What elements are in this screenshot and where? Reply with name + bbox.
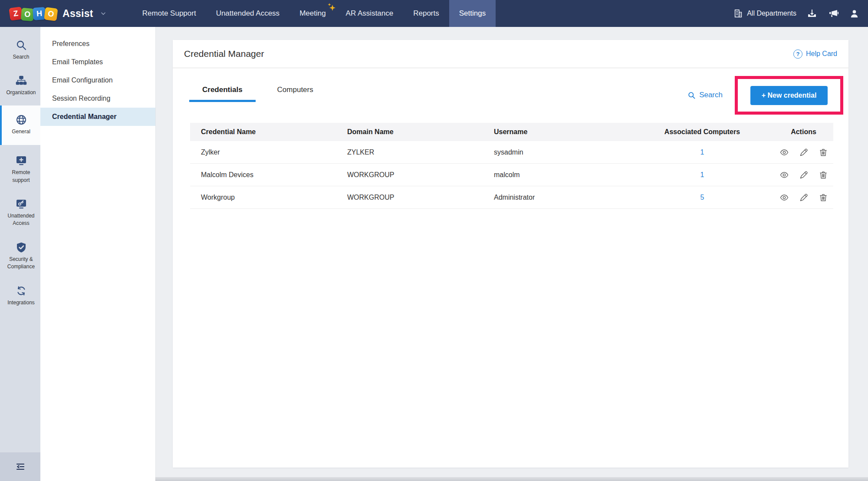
submenu-item-preferences[interactable]: Preferences xyxy=(40,35,155,53)
nav-item-reports[interactable]: Reports xyxy=(403,0,449,27)
actions-cell xyxy=(774,171,833,179)
search-label: Search xyxy=(699,91,723,99)
announcement-megaphone-icon[interactable] xyxy=(828,8,839,19)
sync-arrows-icon xyxy=(16,285,27,297)
credential-manager-card: Credential Manager ? Help Card Credentia… xyxy=(173,40,848,468)
help-card-link[interactable]: ? Help Card xyxy=(793,49,837,59)
question-circle-icon: ? xyxy=(793,49,802,59)
horizontal-scrollbar[interactable] xyxy=(155,477,868,481)
rail-label: Organization xyxy=(6,89,36,96)
shield-check-icon xyxy=(16,242,27,253)
org-chart-icon xyxy=(16,75,27,86)
domain-name-cell: ZYLKER xyxy=(336,148,483,156)
tabs: Credentials Computers xyxy=(189,86,326,102)
column-credential-name: Credential Name xyxy=(190,128,336,136)
column-associated-computers: Associated Computers xyxy=(631,128,774,136)
table-row: Zylker ZYLKER sysadmin 1 xyxy=(190,141,833,164)
submenu-item-email-configuration[interactable]: Email Configuration xyxy=(40,71,155,89)
search-icon xyxy=(687,91,696,99)
card-header: Credential Manager ? Help Card xyxy=(173,40,848,68)
new-credential-button[interactable]: + New credential xyxy=(750,86,828,105)
table-header-row: Credential Name Domain Name Username Ass… xyxy=(190,123,833,141)
rail-label: Unattended Access xyxy=(7,213,34,226)
table-search-button[interactable]: Search xyxy=(687,91,723,99)
screen-key-icon xyxy=(16,198,27,210)
view-icon[interactable] xyxy=(780,148,789,157)
globe-icon xyxy=(16,114,27,125)
zoho-assist-logo[interactable]: Z O H O Assist xyxy=(10,7,106,20)
rail-item-integrations[interactable]: Integrations xyxy=(0,280,40,313)
rail-item-general[interactable]: General xyxy=(0,105,40,145)
username-cell: Administrator xyxy=(483,194,631,201)
rail-items: Search Organization xyxy=(0,27,40,315)
associated-computers-link[interactable]: 1 xyxy=(700,171,704,178)
associated-computers-link[interactable]: 5 xyxy=(700,194,704,201)
general-settings-submenu: Preferences Email Templates Email Config… xyxy=(40,27,155,481)
help-card-label: Help Card xyxy=(806,50,837,58)
edit-icon[interactable] xyxy=(799,193,808,202)
delete-icon[interactable] xyxy=(819,148,828,157)
product-name: Assist xyxy=(62,8,93,20)
submenu-item-session-recording[interactable]: Session Recording xyxy=(40,89,155,108)
nav-item-meeting-label: Meeting xyxy=(299,9,326,18)
search-icon xyxy=(16,40,27,51)
column-username: Username xyxy=(483,128,631,136)
domain-name-cell: WORKGROUP xyxy=(336,194,483,201)
rail-item-search[interactable]: Search xyxy=(0,34,40,67)
credential-name-cell: Malcolm Devices xyxy=(190,171,336,179)
chevron-down-icon[interactable] xyxy=(100,10,106,16)
table-row: Malcolm Devices WORKGROUP malcolm 1 xyxy=(190,164,833,186)
column-actions: Actions xyxy=(774,128,833,136)
building-icon xyxy=(733,9,743,18)
column-domain-name: Domain Name xyxy=(336,128,483,136)
user-account-icon[interactable] xyxy=(849,9,859,19)
actions-cell xyxy=(774,148,833,157)
page-title: Credential Manager xyxy=(184,49,264,59)
tab-credentials[interactable]: Credentials xyxy=(189,86,256,102)
view-icon[interactable] xyxy=(780,193,789,202)
rail-label: Security & Compliance xyxy=(7,256,35,270)
username-cell: malcolm xyxy=(483,171,631,179)
sparkle-icon xyxy=(326,2,337,13)
edit-icon[interactable] xyxy=(799,171,808,179)
top-navigation-bar: Z O H O Assist Remote Support Unattended… xyxy=(0,0,868,27)
nav-item-remote-support[interactable]: Remote Support xyxy=(132,0,206,27)
rail-item-security-compliance[interactable]: Security & Compliance xyxy=(0,236,40,277)
rail-label: Search xyxy=(13,54,29,60)
view-icon[interactable] xyxy=(780,171,789,179)
rail-item-organization[interactable]: Organization xyxy=(0,69,40,102)
rail-item-unattended-access[interactable]: Unattended Access xyxy=(0,193,40,234)
actions-cell xyxy=(774,193,833,202)
collapse-sidebar-icon xyxy=(15,461,26,472)
main-content: Credential Manager ? Help Card Credentia… xyxy=(155,27,868,481)
department-selector[interactable]: All Departments xyxy=(733,9,796,18)
collapse-sidebar-button[interactable] xyxy=(0,452,40,481)
rail-label: Remote support xyxy=(12,169,30,183)
domain-name-cell: WORKGROUP xyxy=(336,171,483,179)
submenu-item-credential-manager[interactable]: Credential Manager xyxy=(40,108,155,126)
nav-right-cluster: All Departments xyxy=(733,8,859,19)
rail-item-remote-support[interactable]: Remote support xyxy=(0,149,40,190)
delete-icon[interactable] xyxy=(819,193,828,202)
screen-plus-icon xyxy=(16,155,27,166)
nav-item-ar-assistance[interactable]: AR Assistance xyxy=(336,0,404,27)
delete-icon[interactable] xyxy=(819,171,828,179)
username-cell: sysadmin xyxy=(483,148,631,156)
primary-nav: Remote Support Unattended Access Meeting… xyxy=(132,0,496,27)
table-row: Workgroup WORKGROUP Administrator 5 xyxy=(190,186,833,209)
tab-computers[interactable]: Computers xyxy=(264,86,326,102)
annotation-highlight-box: + New credential xyxy=(735,76,843,115)
toolbar: Credentials Computers Search + New crede… xyxy=(173,68,848,110)
nav-item-settings[interactable]: Settings xyxy=(449,0,496,27)
nav-item-unattended-access[interactable]: Unattended Access xyxy=(206,0,289,27)
department-label: All Departments xyxy=(747,10,796,17)
edit-icon[interactable] xyxy=(799,148,808,157)
nav-item-meeting[interactable]: Meeting xyxy=(289,0,335,27)
rail-label: Integrations xyxy=(7,300,35,306)
settings-left-rail: Search Organization xyxy=(0,27,40,481)
submenu-item-email-templates[interactable]: Email Templates xyxy=(40,53,155,71)
credentials-table: Credential Name Domain Name Username Ass… xyxy=(190,123,833,209)
download-icon[interactable] xyxy=(807,8,817,19)
associated-computers-link[interactable]: 1 xyxy=(700,148,704,156)
credential-name-cell: Zylker xyxy=(190,148,336,156)
